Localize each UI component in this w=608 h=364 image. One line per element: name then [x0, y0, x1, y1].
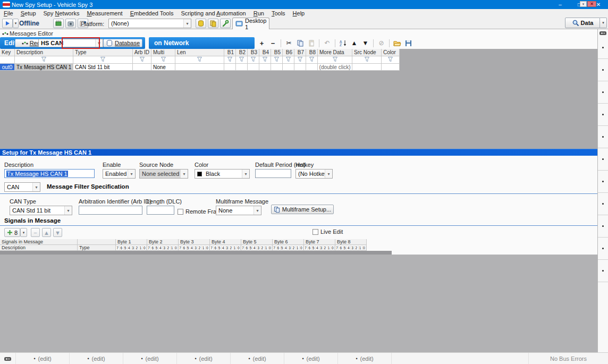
column-header-more-data[interactable]: More Data	[318, 49, 352, 56]
menu-item-embedded-tools[interactable]: Embedded Tools	[126, 10, 178, 16]
filter-funnel-icon[interactable]	[100, 56, 106, 63]
remove-icon[interactable]: −	[268, 39, 278, 48]
dock-item[interactable]	[598, 148, 608, 171]
status-edit-cell[interactable]: •(edit)	[177, 353, 231, 364]
tab-desktop-1[interactable]: Desktop 1	[232, 18, 269, 29]
description-field[interactable]: Tx Message HS CAN 1	[4, 169, 95, 178]
column-header-type[interactable]: Type	[73, 49, 133, 56]
save-icon[interactable]	[403, 39, 413, 48]
menu-item-run[interactable]: Run	[250, 10, 268, 16]
data-dropdown-arrow[interactable]: ▾	[600, 18, 607, 28]
column-header-len[interactable]: Len	[175, 49, 224, 56]
status-edit-cell[interactable]: •(edit)	[123, 353, 177, 364]
row-cell-len[interactable]	[175, 64, 224, 71]
move-up-icon[interactable]: ▲	[349, 39, 359, 48]
row-cell-more-data[interactable]: (double click)	[318, 64, 352, 71]
row-cell-b4[interactable]	[259, 64, 271, 71]
filter-funnel-icon[interactable]	[239, 56, 244, 63]
signal-move-up-button[interactable]: ▲	[42, 228, 51, 237]
column-header-b6[interactable]: B6	[283, 49, 294, 56]
status-edit-cell[interactable]: •(edit)	[284, 353, 338, 364]
row-cell-type[interactable]: CAN Std 11 bit	[73, 64, 133, 71]
protocol-select[interactable]: CAN ▾	[4, 182, 40, 192]
panel-close-button[interactable]: ✕	[587, 1, 596, 7]
dock-item[interactable]	[598, 193, 608, 215]
ecu-button[interactable]	[53, 19, 64, 28]
filter-cell[interactable]	[248, 56, 259, 64]
remote-frame-checkbox[interactable]	[178, 209, 183, 215]
row-cell-b3[interactable]	[248, 64, 259, 71]
filter-funnel-icon[interactable]	[41, 56, 47, 63]
filter-cell[interactable]	[382, 56, 400, 64]
network-select[interactable]: HS CAN ▾	[38, 39, 103, 47]
filter-cell[interactable]	[318, 56, 352, 64]
menu-item-help[interactable]: Help	[289, 10, 309, 16]
filter-cell[interactable]	[15, 56, 73, 64]
row-cell-arb-id[interactable]	[133, 64, 151, 71]
row-cell-src-node[interactable]	[352, 64, 382, 71]
menu-item-file[interactable]: File	[0, 10, 17, 16]
filter-cell[interactable]	[175, 56, 224, 64]
menu-item-setup[interactable]: Setup	[17, 10, 40, 16]
column-header-description[interactable]: Description	[15, 49, 73, 56]
menu-item-tools[interactable]: Tools	[268, 10, 289, 16]
column-header-b2[interactable]: B2	[236, 49, 248, 56]
length-dlc-field[interactable]	[147, 206, 174, 215]
minimize-button[interactable]: –	[551, 0, 570, 9]
dock-item[interactable]	[598, 59, 608, 81]
filter-funnel-icon[interactable]	[250, 56, 256, 63]
column-header-b8[interactable]: B8	[306, 49, 318, 56]
status-edit-cell[interactable]: •(edit)	[231, 353, 284, 364]
filter-cell[interactable]	[73, 56, 133, 64]
enable-select[interactable]: Enabled ▾	[103, 169, 136, 179]
arb-id-field[interactable]	[79, 206, 142, 215]
can-type-select[interactable]: CAN Std 11 bit ▾	[10, 206, 72, 215]
dock-item[interactable]	[598, 238, 608, 260]
column-header-src-node[interactable]: Src Node	[352, 49, 382, 56]
filter-cell[interactable]	[294, 56, 306, 64]
column-header-b1[interactable]: B1	[224, 49, 236, 56]
copy-tool-button[interactable]	[208, 19, 218, 28]
dock-item[interactable]	[598, 104, 608, 126]
copy-icon[interactable]	[295, 39, 305, 48]
filter-funnel-icon[interactable]	[274, 56, 280, 63]
tools-button[interactable]	[220, 19, 231, 28]
hotkey-select[interactable]: (No Hotkey) ▾	[295, 169, 333, 179]
run-mode-dropdown[interactable]: ▾	[13, 19, 19, 28]
filter-funnel-icon[interactable]	[297, 56, 303, 63]
column-header-b5[interactable]: B5	[271, 49, 283, 56]
filter-funnel-icon[interactable]	[197, 56, 202, 63]
menu-item-scripting-and-automation[interactable]: Scripting and Automation	[177, 10, 249, 16]
add-signal-button[interactable]: 8	[4, 228, 20, 237]
column-header-b7[interactable]: B7	[294, 49, 306, 56]
filter-funnel-icon[interactable]	[309, 56, 315, 63]
signals-table-scroll-strip[interactable]	[0, 251, 392, 255]
status-edit-cell[interactable]: •(edit)	[338, 353, 392, 364]
column-header-b4[interactable]: B4	[259, 49, 271, 56]
row-cell-b2[interactable]	[236, 64, 248, 71]
filter-funnel-icon[interactable]	[161, 56, 166, 63]
row-cell-multi[interactable]: None	[151, 64, 175, 71]
color-select[interactable]: Black ▾	[195, 169, 250, 179]
default-period-field[interactable]	[255, 169, 291, 178]
add-icon[interactable]: +	[257, 39, 267, 48]
move-down-icon[interactable]: ▼	[360, 39, 370, 48]
row-cell-b7[interactable]	[294, 64, 306, 71]
filter-funnel-icon[interactable]	[387, 56, 393, 63]
status-edit-cell[interactable]: •(edit)	[70, 353, 123, 364]
row-cell-b5[interactable]	[271, 64, 283, 71]
filter-cell[interactable]	[283, 56, 294, 64]
filter-cell[interactable]	[151, 56, 175, 64]
run-button[interactable]	[2, 19, 13, 28]
dock-item[interactable]	[598, 171, 608, 193]
column-header-b3[interactable]: B3	[248, 49, 259, 56]
dock-item[interactable]	[598, 260, 608, 282]
filter-funnel-icon[interactable]	[332, 56, 338, 63]
live-edit-checkbox[interactable]	[313, 229, 318, 235]
column-header-multi[interactable]: Multi	[151, 49, 175, 56]
filter-funnel-icon[interactable]	[364, 56, 370, 63]
multiframe-setup-button[interactable]: Multiframe Setup...	[271, 205, 334, 214]
column-header-key[interactable]: Key	[0, 49, 15, 56]
dock-item[interactable]	[598, 81, 608, 104]
status-edit-cell[interactable]: •(edit)	[16, 353, 70, 364]
